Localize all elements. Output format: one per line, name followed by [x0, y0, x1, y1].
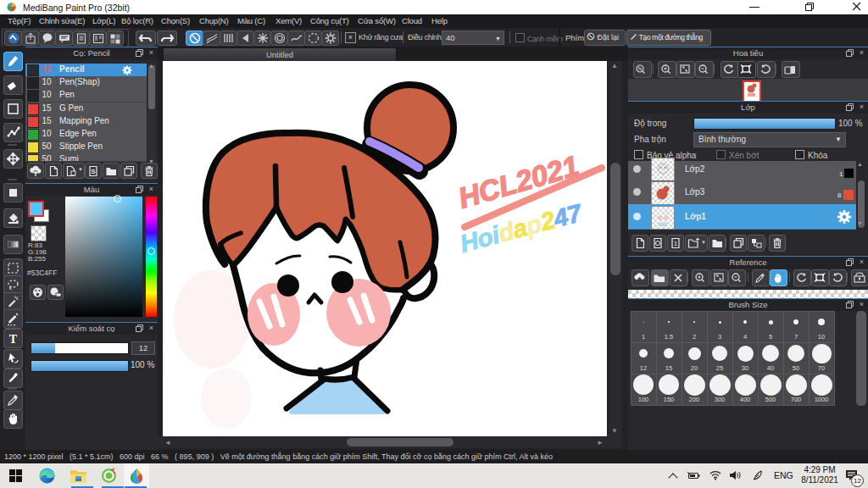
svg-text:1: 1	[674, 240, 678, 247]
svg-text:T: T	[9, 333, 18, 346]
svg-text:S: S	[91, 168, 96, 175]
